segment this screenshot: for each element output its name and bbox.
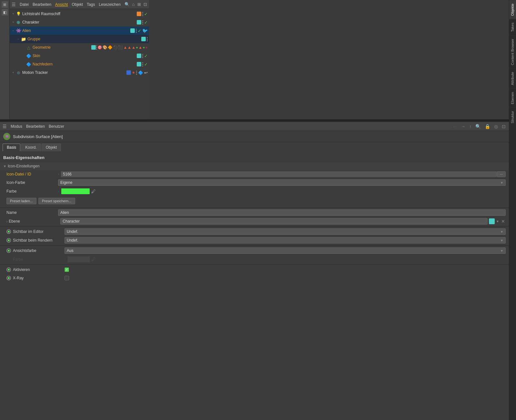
- color-dot-charakter[interactable]: [137, 20, 141, 25]
- dropdown-ebene[interactable]: Character: [60, 218, 488, 225]
- menu-datei[interactable]: Datei: [20, 2, 29, 7]
- radio-sichtbar-editor[interactable]: [6, 229, 11, 234]
- tag-geo-12: ●: [145, 45, 147, 50]
- radio-xray[interactable]: [6, 276, 11, 280]
- ebene-chevron[interactable]: ▼: [496, 220, 499, 223]
- ebene-x-btn[interactable]: ✕: [501, 219, 506, 224]
- obj-row-gruppe[interactable]: − 📁 Gruppe: [10, 35, 149, 43]
- dots-lichtstrahl: [142, 12, 143, 16]
- toolbar-search-icon[interactable]: 🔍: [124, 2, 130, 7]
- prop-sichtbar-editor: Sichtbar im Editor Undef. ▼: [0, 227, 509, 236]
- expand-charakter[interactable]: +: [11, 20, 15, 25]
- obj-row-skin[interactable]: · 🔷 Skin ✓: [10, 52, 149, 60]
- color-dot-motion-tracker[interactable]: [126, 70, 131, 75]
- color-dot-skin[interactable]: [137, 54, 141, 58]
- dropdown-icon-farbe-select[interactable]: Eigene ▼: [58, 179, 506, 186]
- checkbox-xray[interactable]: [64, 276, 69, 280]
- attr-bearbeiten[interactable]: Bearbeiten: [26, 124, 45, 129]
- toolbar-home-icon[interactable]: ⌂: [132, 2, 135, 7]
- sidebar-tab-takes[interactable]: Takes: [509, 19, 516, 35]
- prop-btn-icon-datei[interactable]: ···: [497, 171, 506, 177]
- menu-bearbeiten[interactable]: Bearbeiten: [33, 2, 51, 7]
- dropdown-icon-farbe[interactable]: Eigene ▼: [58, 179, 506, 186]
- sidebar-tab-struktur[interactable]: Struktur: [509, 107, 516, 127]
- obj-row-lichtstrahl[interactable]: + 💡 Lichtstrahl Raumschiff ✓: [10, 10, 149, 18]
- color-swatch-farbe[interactable]: [61, 188, 90, 195]
- obj-icon-motion-tracker: ⊛: [15, 70, 21, 75]
- checkbox-aktivieren[interactable]: ✓: [64, 267, 69, 272]
- dots-charakter: [142, 20, 143, 25]
- nav-back[interactable]: ←: [452, 124, 458, 129]
- expand-lichtstrahl[interactable]: +: [11, 12, 15, 16]
- nav-lock[interactable]: 🔒: [484, 124, 491, 129]
- sichtbar-rendern-value: Undef.: [67, 238, 78, 243]
- left-tool-2[interactable]: ◧: [2, 9, 8, 15]
- sidebar-tab-content-browser[interactable]: Content Browser: [509, 35, 516, 68]
- color-dot-nachfedern[interactable]: [137, 62, 141, 66]
- menu-ansicht[interactable]: Ansicht: [55, 2, 68, 7]
- obj-row-motion-tracker[interactable]: + ⊛ Motion Tracker 🔷 ↩: [10, 68, 149, 77]
- color-dot-geometrie[interactable]: [91, 45, 96, 50]
- obj-row-alien[interactable]: − 👾 Alien ✓ 🐦: [10, 26, 149, 35]
- sidebar-tab-attribute[interactable]: Attribute: [509, 68, 516, 88]
- dropdown-ansichtsfarbe[interactable]: Aus ▼: [64, 247, 506, 254]
- color-dot-lichtstrahl[interactable]: [137, 12, 141, 16]
- expand-motion-tracker[interactable]: +: [11, 70, 15, 75]
- nav-forward[interactable]: →: [460, 124, 466, 129]
- eyedropper-btn[interactable]: 🖊: [90, 189, 97, 194]
- dots-nachfedern: [142, 62, 143, 66]
- status-dot-motion-tracker: [133, 72, 134, 74]
- expand-gruppe[interactable]: −: [16, 37, 21, 41]
- dropdown-sichtbar-rendern[interactable]: Undef. ▼: [64, 237, 506, 244]
- tabs-bar: Basis Koord. Objekt: [0, 142, 509, 151]
- preset-speichern-btn[interactable]: Preset speichern...: [38, 198, 75, 204]
- sidebar-tab-objekte[interactable]: Objekte: [509, 0, 516, 19]
- nav-circle[interactable]: ◎: [493, 124, 499, 129]
- attr-menu-icon[interactable]: ☰: [3, 124, 7, 129]
- prop-ebene-expand[interactable]: › Ebene: [6, 219, 60, 224]
- left-toolbar: ⊞ ◧: [0, 0, 10, 119]
- tag-geo-1: 🎯: [97, 45, 102, 50]
- nav-search[interactable]: 🔍: [475, 124, 481, 129]
- dropdown-sichtbar-editor[interactable]: Undef. ▼: [64, 228, 506, 235]
- menu-icon[interactable]: ☰: [12, 2, 16, 7]
- attr-benutzer[interactable]: Benutzer: [49, 124, 64, 129]
- nav-up[interactable]: ↑: [469, 124, 472, 129]
- menu-objekt[interactable]: Objekt: [72, 2, 83, 7]
- toolbar-grid-icon[interactable]: ⊡: [144, 2, 147, 7]
- menu-lesezeichen[interactable]: Lesezeichen: [99, 2, 120, 7]
- obj-icon-charakter: ⊕: [15, 19, 21, 25]
- divider-3: [0, 245, 509, 246]
- menu-tags[interactable]: Tags: [87, 2, 95, 7]
- tag-geo-7: ▲: [127, 45, 131, 50]
- toolbar-filter-icon[interactable]: ⊞: [137, 2, 141, 7]
- ansichtsfarbe-swatch: [67, 256, 90, 263]
- prop-label-farbe: Farbe: [6, 189, 58, 194]
- sidebar-tab-ebenen[interactable]: Ebenen: [509, 88, 516, 107]
- icon-einstellungen-label[interactable]: ▼ Icon-Einstellungen: [0, 162, 509, 170]
- divider-1: [0, 207, 509, 208]
- tab-objekt[interactable]: Objekt: [42, 144, 61, 151]
- radio-aktivieren[interactable]: [6, 267, 11, 272]
- tab-koord[interactable]: Koord.: [21, 144, 41, 151]
- radio-ansichtsfarbe[interactable]: [6, 248, 11, 253]
- expand-alien[interactable]: −: [11, 28, 15, 33]
- ebene-color-dot[interactable]: [489, 218, 495, 224]
- nav-grid[interactable]: ⊡: [501, 124, 506, 129]
- tab-basis[interactable]: Basis: [3, 144, 20, 151]
- preset-laden-btn[interactable]: Preset laden...: [6, 198, 36, 204]
- left-tool-1[interactable]: ⊞: [2, 1, 8, 8]
- color-dot-gruppe[interactable]: [141, 37, 146, 41]
- prop-label-icon-datei: Icon-Datei / ID: [6, 172, 58, 176]
- check-nachfedern: ✓: [144, 62, 148, 67]
- attr-modus[interactable]: Modus: [11, 124, 22, 129]
- obj-row-geometrie[interactable]: · △ Geometrie 🎯 🎨 🔶 ⚫ ⬛ ▲: [10, 43, 149, 52]
- prop-input-name[interactable]: [58, 209, 506, 216]
- obj-row-nachfedern[interactable]: · 🔷 Nachfedern ✓: [10, 60, 149, 68]
- top-panel: ☰ Datei Bearbeiten Ansicht Objekt Tags L…: [10, 0, 149, 119]
- color-dot-alien[interactable]: [130, 28, 135, 33]
- obj-row-charakter[interactable]: + ⊕ Charakter ✓: [10, 18, 149, 26]
- prop-input-icon-datei[interactable]: [61, 171, 497, 177]
- group-label-text: Icon-Einstellungen: [8, 164, 40, 168]
- radio-sichtbar-rendern[interactable]: [6, 238, 11, 243]
